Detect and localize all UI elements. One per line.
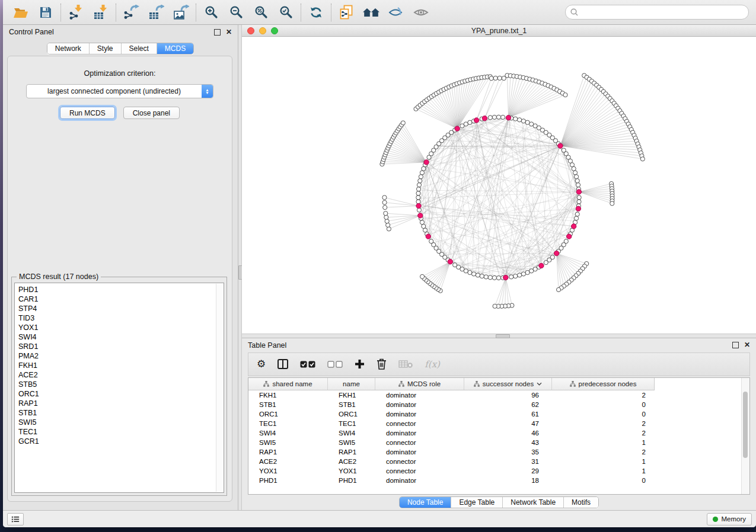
table-cell: TEC1 [328, 420, 375, 427]
table-row[interactable]: TEC1TEC1connector472 [248, 419, 741, 428]
list-item[interactable]: STB1 [18, 408, 224, 418]
tab-node-table[interactable]: Node Table [400, 497, 451, 508]
list-item[interactable]: ORC1 [18, 389, 224, 399]
split-columns-icon[interactable] [277, 359, 288, 369]
column-header-shared-name[interactable]: shared name [248, 378, 328, 390]
close-panel-icon[interactable]: ✕ [744, 342, 750, 348]
list-scrollbar[interactable] [216, 284, 223, 492]
table-cell: 2 [552, 420, 654, 427]
list-item[interactable]: STP4 [18, 304, 224, 313]
criterion-select[interactable]: largest connected component (undirected)… [26, 84, 213, 98]
list-item[interactable]: GCR1 [18, 437, 224, 446]
import-table-icon[interactable] [90, 3, 111, 22]
tab-edge-table[interactable]: Edge Table [451, 497, 502, 508]
tab-mcds[interactable]: MCDS [157, 43, 193, 54]
control-panel-tabs: NetworkStyleSelectMCDS [3, 43, 238, 55]
table-row[interactable]: STB1STB1dominator620 [248, 400, 741, 409]
table-cell: RAP1 [328, 448, 375, 456]
export-image-icon[interactable] [170, 3, 192, 22]
table-scrollbar[interactable] [741, 378, 749, 494]
network-canvas[interactable] [242, 37, 756, 334]
float-panel-icon[interactable] [732, 342, 739, 348]
column-header-successor-nodes[interactable]: successor nodes [464, 378, 552, 390]
horizontal-splitter[interactable] [242, 334, 756, 338]
table-row[interactable]: PHD1PHD1dominator180 [248, 476, 741, 485]
column-header-mcds-role[interactable]: MCDS role [375, 378, 464, 390]
scrollbar-thumb[interactable] [743, 392, 748, 458]
duplicate-network-icon[interactable] [336, 3, 357, 22]
network-graph[interactable] [242, 37, 756, 334]
import-network-icon[interactable] [65, 3, 87, 22]
list-item[interactable]: TEC1 [18, 427, 224, 437]
function-fx-icon[interactable]: f(x) [425, 359, 440, 370]
memory-button[interactable]: Memory [707, 513, 752, 525]
close-panel-icon[interactable]: ✕ [226, 30, 232, 35]
column-header-name[interactable]: name [328, 378, 375, 390]
toolbar-separator [116, 4, 116, 21]
show-panels-list-icon[interactable] [7, 513, 24, 525]
splitter-handle[interactable] [496, 334, 510, 338]
toolbar-separator [60, 4, 61, 21]
control-panel: Control Panel ✕ NetworkStyleSelectMCDS O… [3, 25, 238, 510]
mcds-result-list[interactable]: PHD1CAR1STP4TID3YOX1SWI4SRD1PMA2FKH1ACE2… [14, 283, 224, 493]
main-toolbar [3, 0, 756, 25]
list-item[interactable]: SWI4 [18, 332, 224, 342]
list-item[interactable]: YOX1 [18, 323, 224, 332]
control-panel-title: Control Panel [9, 28, 54, 36]
table-row[interactable]: ACE2ACE2connector311 [248, 457, 741, 466]
list-item[interactable]: FKH1 [18, 361, 224, 370]
list-item[interactable]: STB5 [18, 380, 224, 389]
tab-network[interactable]: Network [47, 43, 89, 54]
table-cell: dominator [375, 411, 464, 418]
delete-column-trash-icon[interactable] [377, 358, 387, 370]
export-network-icon[interactable] [120, 3, 142, 22]
deselect-all-checkbox-icon[interactable] [327, 361, 343, 368]
table-row[interactable]: YOX1YOX1connector291 [248, 466, 741, 476]
list-item[interactable]: PHD1 [18, 285, 224, 294]
select-all-checkbox-icon[interactable] [300, 361, 315, 368]
list-item[interactable]: SRD1 [18, 342, 224, 351]
list-item[interactable]: TID3 [18, 313, 224, 323]
list-item[interactable]: CAR1 [18, 294, 224, 304]
table-row[interactable]: ORC1ORC1dominator610 [248, 409, 741, 419]
table-cell: ORC1 [328, 411, 375, 418]
zoom-selected-icon[interactable] [275, 3, 296, 22]
list-item[interactable]: RAP1 [18, 399, 224, 408]
home-layout-icon[interactable] [361, 3, 382, 22]
list-item[interactable]: SWI5 [18, 418, 224, 427]
add-column-icon[interactable] [355, 359, 365, 369]
gear-icon[interactable]: ⚙ [257, 359, 266, 369]
tab-style[interactable]: Style [89, 43, 121, 54]
table-row[interactable]: FKH1FKH1dominator962 [248, 390, 741, 400]
table-cell: dominator [375, 430, 464, 437]
table-row[interactable]: SWI4SWI4dominator462 [248, 428, 741, 438]
delete-table-icon[interactable] [398, 360, 413, 368]
run-mcds-button[interactable]: Run MCDS [60, 107, 115, 119]
search-input[interactable] [581, 8, 744, 17]
zoom-fit-icon[interactable] [250, 3, 272, 22]
zoom-out-icon[interactable] [225, 3, 247, 22]
table-row[interactable]: RAP1RAP1dominator352 [248, 447, 741, 457]
refresh-icon[interactable] [305, 3, 327, 22]
float-panel-icon[interactable] [214, 29, 221, 36]
column-header-predecessor-nodes[interactable]: predecessor nodes [552, 378, 654, 390]
close-panel-button[interactable]: Close panel [123, 107, 180, 119]
search-box[interactable] [565, 5, 749, 20]
attribute-icon [474, 381, 480, 387]
tab-select[interactable]: Select [121, 43, 157, 54]
zoom-in-icon[interactable] [200, 3, 222, 22]
hide-selected-eye-icon[interactable] [385, 3, 407, 22]
save-icon[interactable] [35, 3, 56, 22]
table-cell: 1 [552, 458, 654, 465]
list-item[interactable]: ACE2 [18, 370, 224, 380]
memory-label: Memory [721, 515, 746, 523]
open-folder-icon[interactable] [10, 3, 31, 22]
toolbar-separator [301, 4, 301, 21]
tab-network-table[interactable]: Network Table [502, 497, 563, 508]
list-item[interactable]: PMA2 [18, 351, 224, 361]
show-all-eye-icon[interactable] [410, 3, 432, 22]
tab-motifs[interactable]: Motifs [563, 497, 598, 508]
table-row[interactable]: SWI5SWI5connector431 [248, 438, 741, 447]
table-cell: PHD1 [248, 477, 328, 484]
export-table-icon[interactable] [145, 3, 167, 22]
